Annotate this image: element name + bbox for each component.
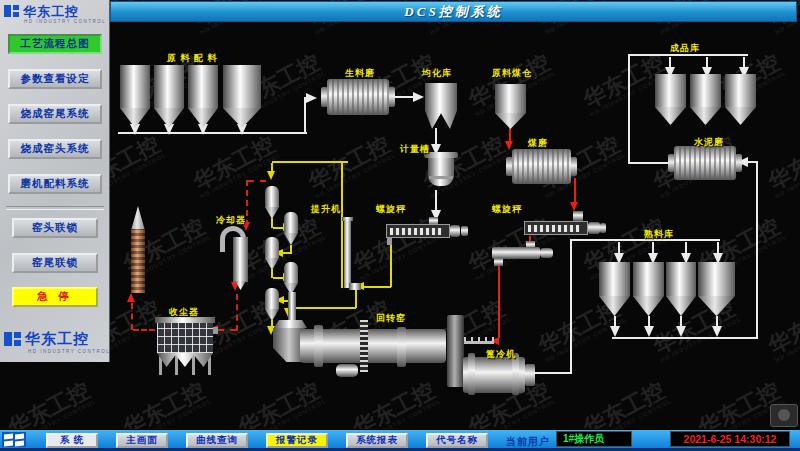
kiln-hood	[447, 315, 464, 387]
hd-logo-icon	[4, 3, 20, 19]
cyclone-1	[265, 186, 279, 219]
datetime-field: 2021-6-25 14:30:12	[670, 431, 790, 447]
cyclone-2	[284, 212, 298, 245]
hd-footer-logo-icon	[4, 330, 22, 348]
bucket-elevator	[342, 217, 362, 292]
metering-tank	[424, 152, 458, 190]
sidebar-item-kiln-tail-system[interactable]: 烧成窑尾系统	[8, 104, 102, 124]
dcs-screen: 华东工控HD INDUSTRY CONTROL华东工控HD INDUSTRY C…	[0, 0, 800, 451]
taskbar-button-system-report[interactable]: 系统报表	[346, 433, 408, 448]
sidebar-item-process-overview[interactable]: 工艺流程总图	[8, 34, 102, 54]
sidebar-item-kiln-head-interlock[interactable]: 窑头联锁	[12, 218, 98, 238]
taskbar: 系 统 主画面 曲线查询 报警记录 系统报表 代号名称 当前用户 1#操作员 2…	[0, 429, 800, 451]
current-user-field: 1#操作员	[556, 431, 632, 447]
burner-pipe	[492, 241, 554, 268]
label-grate-cooler: 篦冷机	[486, 348, 516, 361]
windows-start-icon[interactable]	[2, 432, 26, 447]
raw-coal-bunker	[495, 84, 526, 129]
taskbar-button-main-screen[interactable]: 主画面	[116, 433, 168, 448]
dust-collector	[155, 315, 217, 377]
sidebar-divider	[6, 206, 104, 210]
screw-scale-right	[524, 211, 606, 237]
raw-silo-3	[188, 65, 218, 128]
process-canvas: 原 料 配 料 生料磨 均化库 原料煤仓 成品库 计量槽 煤磨 水泥磨 提升机 …	[0, 0, 800, 451]
label-homogenizing-silo: 均化库	[422, 67, 452, 80]
label-cooler: 冷却器	[216, 214, 246, 227]
label-screw-scale-left: 螺旋秤	[376, 203, 406, 216]
cyclone-4	[284, 262, 298, 295]
sidebar-footer-logo-text: 华东工控	[25, 330, 89, 349]
screw-scale-left	[386, 217, 470, 245]
sidebar-footer-logo-subtext: HD INDUSTRY CONTROL	[28, 349, 110, 354]
gas-cooler	[220, 226, 248, 292]
label-product-store: 成品库	[670, 42, 700, 55]
coal-mill	[506, 149, 577, 184]
taskbar-button-system[interactable]: 系 统	[46, 433, 98, 448]
chimney-stack	[129, 206, 147, 294]
homogenizing-silo	[425, 83, 457, 129]
sidebar-item-mill-batching-system[interactable]: 磨机配料系统	[8, 174, 102, 194]
sidebar-item-kiln-tail-interlock[interactable]: 窑尾联锁	[12, 253, 98, 273]
clinker-silo-3	[666, 262, 696, 316]
sidebar-item-kiln-head-system[interactable]: 烧成窑头系统	[8, 139, 102, 159]
raw-silo-2	[154, 65, 184, 128]
kiln-feed-pipe	[464, 337, 494, 346]
taskbar-button-alarm-record[interactable]: 报警记录	[266, 433, 328, 448]
clinker-silo-2	[633, 262, 664, 316]
sidebar-item-parameter-settings[interactable]: 参数查看设定	[8, 69, 102, 89]
emergency-stop-button[interactable]: 急 停	[12, 287, 98, 307]
label-raw-coal-bunker: 原料煤仓	[492, 67, 532, 80]
raw-mill	[321, 79, 395, 115]
product-silo-2	[690, 74, 721, 125]
raw-silo-4	[223, 65, 261, 128]
cyclone-3	[265, 237, 279, 270]
sidebar-logo-subtext: HD INDUSTRY CONTROL	[24, 19, 106, 24]
label-coal-mill: 煤磨	[528, 137, 548, 150]
clinker-silo-1	[599, 262, 630, 316]
label-rotary-kiln: 回转窑	[376, 312, 406, 325]
page-title: DCS控制系统	[404, 3, 502, 21]
label-dust-collector: 收尘器	[169, 306, 199, 319]
taskbar-button-curve-query[interactable]: 曲线查询	[186, 433, 248, 448]
corner-logo-chip	[770, 404, 798, 427]
label-raw-batching: 原 料 配 料	[167, 52, 218, 65]
cement-mill	[668, 146, 742, 180]
product-silo-3	[725, 74, 756, 125]
label-clinker-store: 熟料库	[644, 228, 674, 241]
label-screw-scale-right: 螺旋秤	[492, 203, 522, 216]
sidebar-footer-logo: 华东工控	[4, 330, 89, 349]
rotary-kiln	[298, 315, 450, 379]
label-metering-tank: 计量槽	[400, 143, 430, 156]
title-bar: DCS控制系统	[110, 1, 797, 22]
product-silo-1	[655, 74, 686, 125]
label-cement-mill: 水泥磨	[694, 136, 724, 149]
sidebar: 华东工控 HD INDUSTRY CONTROL 工艺流程总图 参数查看设定 烧…	[0, 0, 110, 362]
label-raw-mill: 生料磨	[345, 67, 375, 80]
clinker-silo-4	[698, 262, 735, 316]
taskbar-button-code-names[interactable]: 代号名称	[426, 433, 488, 448]
raw-silo-1	[120, 65, 150, 128]
current-user-label: 当前用户	[506, 435, 550, 449]
label-elevator: 提升机	[311, 203, 341, 216]
